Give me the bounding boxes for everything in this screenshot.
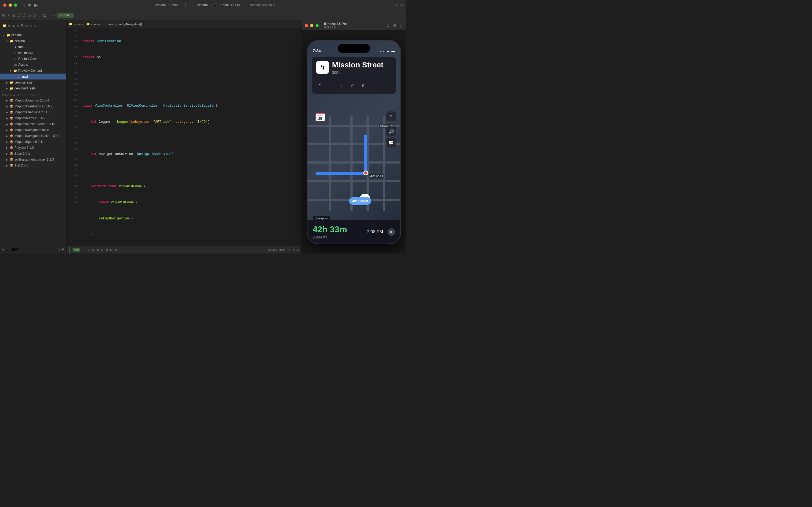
view-icon-1[interactable]: ◁ <box>292 248 294 251</box>
toolbar-icon-8[interactable]: ☰ <box>38 13 41 17</box>
ln-38: 38 <box>67 178 77 184</box>
toolbar-icon-3[interactable]: ◎ <box>12 13 15 17</box>
sidebar-item-assets[interactable]: ◫ Assets <box>0 62 66 68</box>
nav-eta-block: 42h 33m 2,844 mi <box>313 225 347 239</box>
view-icon-2[interactable]: ◎ <box>296 248 299 251</box>
expand-arrow <box>5 140 9 144</box>
ln-19: 19 <box>67 65 77 71</box>
code-content[interactable]: import CoreLocation import os class View… <box>79 28 301 246</box>
toolbar-icon-2[interactable]: ✓ <box>7 13 10 17</box>
toolbar-icon-9[interactable]: ◻ <box>43 13 46 17</box>
pkg-solar[interactable]: 📦 Solar 3.0.1 <box>0 151 66 157</box>
nav-street-info: Mission Street 300ft <box>332 61 384 75</box>
breadcrumb-func-label[interactable]: setupNavigation() <box>119 22 142 26</box>
mapbox-text: mapbox <box>318 217 328 220</box>
map-control-align[interactable]: ≡ <box>387 111 396 121</box>
minimize-button[interactable] <box>9 3 12 7</box>
expand-arrow <box>5 111 9 114</box>
pkg-label: MapboxNavigationNative 160.0.1 <box>14 134 62 138</box>
toolbar-icon-5[interactable]: △ <box>23 13 26 17</box>
sidebar-icon-4[interactable]: ☰ <box>21 24 23 27</box>
pkg-polyline[interactable]: 📦 Polyline 5.1.0 <box>0 145 66 151</box>
street-label-mission: Mission St <box>368 174 384 178</box>
sidebar-toggle-icon[interactable]: ⬚ <box>21 3 25 7</box>
sort-icon[interactable]: ↕ <box>59 247 60 251</box>
breadcrumb-navi-label[interactable]: navi <box>107 22 113 26</box>
pkg-mapboxcoremaps[interactable]: 📦 MapboxCoreMaps 10.16.2 <box>0 103 66 109</box>
filter-search[interactable]: ⌕ Filter <box>5 247 57 252</box>
toolbar-icon-6[interactable]: ◇ <box>28 13 31 17</box>
sidebar-item-contentview[interactable]: ⬡ ContentView <box>0 56 66 62</box>
pkg-mapboxmaps[interactable]: 📦 MapboxMaps 10.16.2 <box>0 115 66 121</box>
map-control-sound[interactable]: 🔊 <box>387 126 396 136</box>
sidebar-icon-7[interactable]: ◇ <box>34 24 36 27</box>
sidebar-item-cenima[interactable]: 📁 cenima <box>0 38 66 44</box>
pkg-label: MapboxMaps 10.16.2 <box>14 116 45 120</box>
active-tab-navi[interactable]: ⬡ navi <box>57 13 73 18</box>
pkg-mapboxmobileevents[interactable]: 📦 MapboxMobileEvents 1.0.10 <box>0 121 66 127</box>
editor-nav-forward[interactable]: › <box>54 13 55 17</box>
ln-15: 15 <box>67 44 77 49</box>
run-button[interactable]: ■ <box>28 3 31 7</box>
pkg-icon: 📦 <box>10 122 13 126</box>
sidebar-item-cenimauitests[interactable]: 📁 cenimaUITests <box>0 86 66 91</box>
map-control-text[interactable]: 💬 <box>387 138 396 148</box>
sidebar-item-info[interactable]: ℹ Info <box>0 44 66 50</box>
breadcrumb-sep2: › <box>102 22 103 26</box>
editor-nav-back[interactable]: ‹ <box>51 13 52 17</box>
wifi-icon: ▲ <box>387 49 390 53</box>
code-editor[interactable]: 12 13 14 15 16 17 18 19 20 21 22 23 24 2… <box>67 28 301 246</box>
expand-arrow <box>5 152 9 155</box>
nav-close-button[interactable]: ✕ <box>388 228 395 236</box>
breadcrumb-func-icon: ƒ <box>116 22 118 26</box>
close-button[interactable] <box>3 3 6 7</box>
ln-34: 34 <box>67 157 77 162</box>
sim-maximize-button[interactable] <box>315 24 319 27</box>
sim-fullscreen-icon[interactable]: ⤢ <box>399 23 403 28</box>
sidebar-search-icon[interactable]: ⊕ <box>8 24 11 27</box>
sidebar-icon-2[interactable]: ◈ <box>12 24 15 27</box>
road-h3 <box>307 161 400 164</box>
sim-rotate-icon[interactable]: ⊞ <box>393 23 396 28</box>
toolbar-icon-4[interactable]: ⛶ <box>17 13 21 17</box>
pkg-turf[interactable]: 📦 Turf 2.7.0 <box>0 163 66 168</box>
toolbar-icon-1[interactable]: ⊡ <box>2 13 5 17</box>
sidebar-folder-icon: 📁 <box>2 23 6 27</box>
toolbar-icon-7[interactable]: ⬡ <box>33 13 36 17</box>
pkg-swift-argument-parser[interactable]: 📦 swift-argument-parser 1.2.3 <box>0 157 66 163</box>
pkg-mapboxnavnative[interactable]: 📦 MapboxNavigationNative 160.0.1 <box>0 133 66 139</box>
sidebar-item-root-cenima[interactable]: 📁 cenima <box>0 32 66 38</box>
sim-close-button[interactable] <box>305 24 308 27</box>
nav-street-name: Mission Street <box>332 61 384 69</box>
scheme-name: cenima <box>197 3 208 7</box>
pkg-mapboxdirections[interactable]: 📦 MapboxDirections 2.11.1 <box>0 109 66 115</box>
sidebar-icon-5[interactable]: ◻ <box>25 24 28 27</box>
cenimaapp-label: cenimaApp <box>18 51 35 55</box>
sidebar-item-preview-content[interactable]: 📁 Preview Content <box>0 68 66 73</box>
expand-arrow <box>5 146 9 149</box>
sidebar-item-cenimatests[interactable]: 📁 cenimaTests <box>0 79 66 86</box>
play-button[interactable]: ▶ <box>34 2 38 8</box>
maximize-button[interactable] <box>14 3 17 7</box>
sidebar-item-navi[interactable]: ⬡ navi <box>0 73 66 79</box>
vim-icon-8: ◈ <box>115 248 117 251</box>
sim-toolbar-icons: ⌂ ⊞ ⤢ <box>387 23 403 28</box>
pkg-mapboxspeech[interactable]: 📦 MapboxSpeech 2.1.1 <box>0 139 66 145</box>
pkg-mapboxnavigation[interactable]: 📦 MapboxNavigation main <box>0 127 66 133</box>
simulator-device: ▲ Mission St Howard St 4th Street MAX 25 <box>301 31 406 253</box>
sim-home-icon[interactable]: ⌂ <box>387 23 389 28</box>
settings-icon[interactable]: ⚙ <box>61 247 64 251</box>
sidebar-tree: 📁 cenima 📁 cenima ℹ Info ⬡ cenimaApp <box>0 31 66 245</box>
sim-minimize-button[interactable] <box>310 24 313 27</box>
cenima-label: cenima <box>14 39 25 43</box>
sidebar-icon-3[interactable]: ⊞ <box>16 24 19 27</box>
xcode-file-icon: ⬡ <box>192 3 195 7</box>
sidebar-icon-6[interactable]: △ <box>30 24 32 27</box>
sidebar-item-cenimaapp[interactable]: ⬡ cenimaApp <box>0 50 66 56</box>
add-icon[interactable]: + <box>2 247 4 251</box>
pkg-mapboxcommon[interactable]: 📦 MapboxCommon 23.8.4 <box>0 98 66 103</box>
breadcrumb-cenima1-label[interactable]: cenima <box>73 22 83 26</box>
active-tab-label: navi <box>64 13 70 17</box>
breadcrumb-cenima2-label[interactable]: cenima <box>91 22 101 26</box>
grid-icon: ⊞ <box>400 3 403 7</box>
